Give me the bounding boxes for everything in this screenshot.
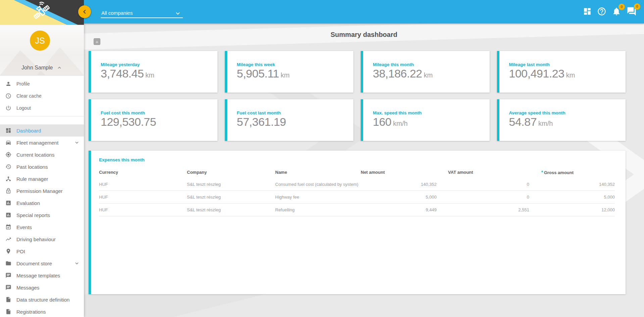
stat-card-max-speed-this-month: Max. speed this month160km/h: [361, 99, 490, 141]
expenses-row: HUFS&L teszt részlegConsumed fuel cost (…: [99, 178, 615, 191]
add-widget-button[interactable]: +: [94, 38, 100, 45]
user-menu-label: Logout: [16, 105, 31, 111]
stat-card-value: 3,748.45: [101, 67, 144, 80]
user-name-toggle[interactable]: John Sample: [0, 65, 84, 71]
sidebar-item-driving-behaviour[interactable]: Driving behaviour: [0, 233, 84, 245]
sidebar-item-label: Message templates: [16, 273, 60, 278]
expenses-cell: 140,352: [361, 178, 437, 191]
chat-icon: [5, 272, 11, 278]
stat-card-title: Average speed this month: [509, 110, 626, 115]
messages-badge: 0: [634, 3, 640, 10]
main-content: Summary dashboard + Mileage yesterday3,7…: [84, 23, 644, 317]
file-icon: [5, 309, 11, 315]
sidebar-item-label: Evaluation: [16, 200, 40, 206]
avatar[interactable]: JS: [30, 31, 50, 51]
sidebar-item-label: Fleet management: [16, 140, 58, 146]
expenses-cell: 140,352: [529, 178, 615, 191]
expenses-column-name[interactable]: Name: [275, 167, 361, 178]
folder-icon: [5, 260, 11, 266]
chart-icon: [5, 200, 11, 206]
expenses-cell: 5,000: [361, 191, 437, 204]
dashboard-icon: [5, 127, 11, 134]
dashboard-grid-icon[interactable]: [583, 7, 592, 17]
sidebar-item-events[interactable]: Events: [0, 221, 84, 233]
help-icon[interactable]: [597, 7, 606, 17]
sidebar-item-label: Events: [16, 224, 32, 230]
expenses-cell: HUF: [99, 204, 187, 216]
topbar: All companies 0: [0, 0, 644, 23]
sidebar-item-registrations[interactable]: Registrations: [0, 306, 84, 317]
stat-card-value: 129,530.75: [101, 115, 156, 128]
chevron-down-icon: [74, 260, 80, 266]
sidebar-item-message-templates[interactable]: Message templates: [0, 269, 84, 281]
expenses-cell: S&L teszt részleg: [187, 178, 275, 191]
sidebar-item-label: Current locations: [16, 152, 54, 158]
user-menu-label: Profile: [16, 81, 30, 87]
expenses-column-vat-amount[interactable]: VAT amount: [437, 167, 529, 178]
stat-card-value: 54.87: [509, 115, 537, 128]
sidebar-item-label: Dashboard: [16, 128, 41, 134]
expenses-column-gross-amount[interactable]: ▲Gross amount: [529, 167, 615, 178]
expenses-cell: S&L teszt részleg: [187, 191, 275, 204]
sidebar-item-current-locations[interactable]: Current locations: [0, 149, 84, 161]
stat-card-title: Fuel cost last month: [237, 110, 354, 115]
stat-card-title: Mileage yesterday: [101, 62, 217, 67]
stat-card-fuel-cost-this-month: Fuel cost this month129,530.75: [89, 99, 217, 141]
stat-card-title: Mileage last month: [509, 62, 626, 67]
sidebar-item-rule-manager[interactable]: Rule manager: [0, 173, 84, 185]
page-title: Summary dashboard: [84, 31, 644, 39]
sidebar-item-label: POI: [16, 249, 25, 254]
expenses-title: Expenses this month: [99, 157, 615, 162]
sidebar-item-dashboard[interactable]: Dashboard: [0, 124, 84, 137]
satellite-icon: [31, 1, 53, 23]
power-icon: [5, 105, 11, 111]
user-menu-item-clear-cache[interactable]: Clear cache: [0, 90, 84, 102]
user-menu-label: Clear cache: [16, 93, 42, 99]
sidebar-item-past-locations[interactable]: Past locations: [0, 161, 84, 173]
expenses-column-net-amount[interactable]: Net amount: [361, 167, 437, 178]
user-menu-item-logout[interactable]: Logout: [0, 102, 84, 114]
topbar-icons: 0 0: [583, 0, 637, 23]
notifications-badge: 0: [618, 4, 625, 10]
stat-card-average-speed-this-month: Average speed this month54.87km/h: [497, 99, 626, 141]
company-filter-value: All companies: [101, 10, 133, 16]
sidebar-item-special-reports[interactable]: Special reports: [0, 209, 84, 221]
stat-card-title: Fuel cost this month: [101, 110, 217, 115]
file-icon: [5, 297, 11, 303]
sidebar-collapse-button[interactable]: [78, 5, 91, 18]
sidebar-item-label: Permission Manager: [16, 188, 63, 194]
person-icon: [5, 81, 11, 87]
user-menu-item-profile[interactable]: Profile: [0, 78, 84, 90]
chevron-left-icon: [81, 8, 89, 16]
sidebar-item-fleet-management[interactable]: Fleet management: [0, 137, 84, 149]
stat-card-title: Mileage this week: [237, 62, 354, 67]
stat-card-value: 160: [373, 115, 391, 128]
sidebar-item-permission-manager[interactable]: Permission Manager: [0, 185, 84, 197]
pin-icon: [5, 248, 11, 254]
sidebar-item-messages[interactable]: Messages: [0, 281, 84, 294]
messages-icon[interactable]: 0: [627, 6, 637, 17]
stat-card-value: 100,491.23: [509, 67, 564, 80]
stat-card-value: 57,361.19: [237, 115, 286, 128]
sidebar-item-document-store[interactable]: Document store: [0, 257, 84, 269]
expenses-cell: HUF: [99, 191, 187, 204]
event-icon: [5, 224, 11, 230]
expenses-card: Expenses this month CurrencyCompanyNameN…: [89, 151, 626, 294]
sidebar-nav: DashboardFleet managementCurrent locatio…: [0, 124, 84, 317]
expenses-cell: 12,000: [529, 204, 615, 216]
expenses-column-currency[interactable]: Currency: [99, 167, 187, 178]
hub-icon: [5, 176, 11, 182]
sidebar-item-label: Past locations: [16, 164, 48, 170]
sidebar-item-evaluation[interactable]: Evaluation: [0, 197, 84, 209]
sidebar-item-data-structure-definition[interactable]: Data structure definition: [0, 294, 84, 306]
app-logo[interactable]: [0, 0, 84, 25]
stat-card-value: 5,905.11: [237, 67, 279, 80]
sidebar-item-poi[interactable]: POI: [0, 245, 84, 257]
sidebar-item-label: Special reports: [16, 212, 50, 218]
company-filter-select[interactable]: All companies: [101, 9, 183, 18]
chat-icon: [5, 284, 11, 290]
stat-card-title: Max. speed this month: [373, 110, 490, 115]
user-name: John Sample: [21, 65, 53, 70]
expenses-column-company[interactable]: Company: [187, 167, 275, 178]
notifications-icon[interactable]: 0: [612, 7, 621, 17]
